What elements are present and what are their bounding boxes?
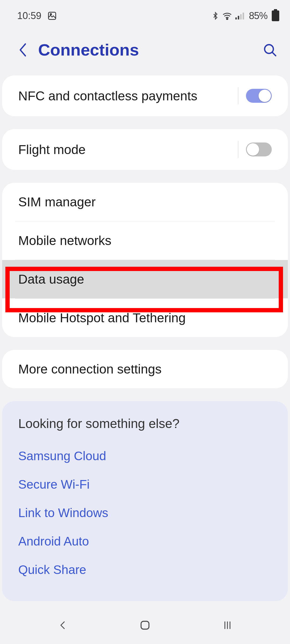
svg-point-1 [50,14,52,15]
suggestion-link-samsung-cloud[interactable]: Samsung Cloud [18,442,272,470]
page-title: Connections [38,40,260,59]
card-nfc: NFC and contactless payments [2,75,288,116]
svg-rect-3 [235,17,237,20]
suggestions-title: Looking for something else? [18,416,272,431]
card-more-connection: More connection settings [2,350,288,388]
status-right: 85% [211,10,279,21]
row-flight-mode[interactable]: Flight mode [2,129,288,170]
svg-rect-8 [141,621,149,629]
search-button[interactable] [260,41,279,59]
row-label: Mobile networks [18,233,272,248]
svg-rect-4 [238,16,239,20]
row-nfc[interactable]: NFC and contactless payments [2,75,288,116]
row-data-usage[interactable]: Data usage [2,260,288,298]
picture-icon [47,11,57,21]
nav-recents-button[interactable] [211,616,244,635]
svg-rect-5 [240,14,241,20]
bluetooth-icon [211,11,219,20]
wifi-icon [222,12,232,20]
row-mobile-networks[interactable]: Mobile networks [2,221,288,260]
row-label: NFC and contactless payments [18,89,238,103]
row-more-connection[interactable]: More connection settings [2,350,288,388]
signal-icon [235,12,245,20]
toggle-separator [238,141,238,158]
toggle-wrap [238,141,272,158]
battery-percentage: 85% [249,10,267,21]
row-label: Flight mode [18,142,238,157]
status-time: 10:59 [17,10,41,21]
row-label: More connection settings [18,362,272,376]
row-label: Data usage [18,272,272,287]
nfc-toggle[interactable] [246,89,272,103]
svg-point-2 [227,19,228,20]
nav-back-button[interactable] [46,616,79,635]
row-sim-manager[interactable]: SIM manager [2,183,288,221]
flight-mode-toggle[interactable] [246,142,272,156]
suggestion-link-link-to-windows[interactable]: Link to Windows [18,499,272,527]
row-label: SIM manager [18,195,272,209]
status-bar: 10:59 [0,0,290,24]
svg-rect-6 [242,13,244,20]
system-nav-bar [0,609,290,644]
toggle-separator [238,87,238,104]
row-label: Mobile Hotspot and Tethering [18,310,272,325]
card-network-group: SIM manager Mobile networks Data usage M… [2,183,288,337]
toggle-wrap [238,87,272,104]
back-button[interactable] [13,41,32,59]
suggestion-link-quick-share[interactable]: Quick Share [18,555,272,584]
card-flight-mode: Flight mode [2,129,288,170]
page-header: Connections [0,24,290,75]
suggestion-link-android-auto[interactable]: Android Auto [18,527,272,555]
battery-icon [272,10,279,21]
nav-home-button[interactable] [129,616,161,635]
status-left: 10:59 [17,10,57,21]
row-hotspot-tethering[interactable]: Mobile Hotspot and Tethering [2,299,288,337]
suggestion-link-secure-wifi[interactable]: Secure Wi-Fi [18,470,272,499]
suggestions-card: Looking for something else? Samsung Clou… [2,401,288,601]
